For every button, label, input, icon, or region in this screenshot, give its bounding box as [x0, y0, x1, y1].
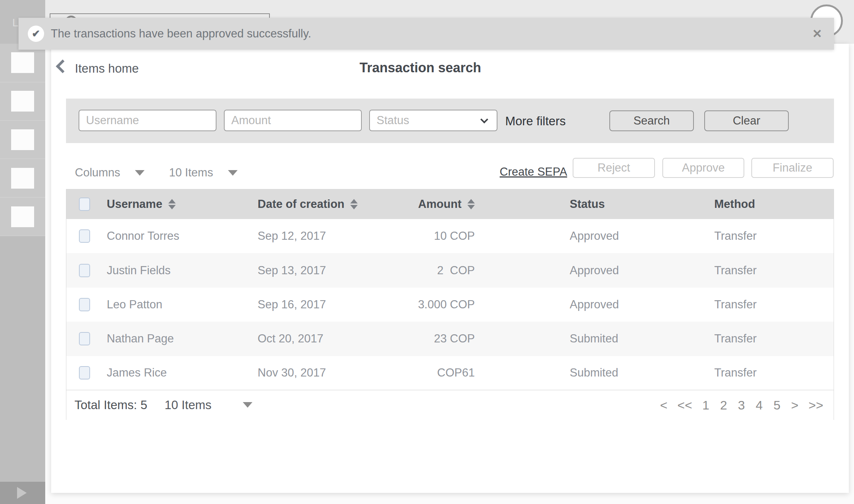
pagination: <<<12345>>> — [660, 398, 823, 412]
pagination-item[interactable]: 3 — [737, 398, 745, 412]
clear-button[interactable]: Clear — [704, 110, 789, 131]
column-header-method: Method — [714, 198, 755, 211]
column-header-label: Amount — [418, 198, 461, 211]
row-method: Transfer — [714, 229, 757, 243]
row-date: Sep 16, 2017 — [258, 298, 326, 311]
sidebar-expand-bar[interactable] — [0, 482, 45, 504]
row-username: Leo Patton — [107, 298, 162, 311]
sort-icon[interactable] — [168, 199, 176, 209]
table-row[interactable]: Justin Fields Sep 13, 2017 2 COP Approve… — [66, 253, 834, 287]
filter-panel: Status More filters Search Clear — [66, 99, 834, 143]
search-button[interactable]: Search — [609, 110, 694, 131]
sidebar-item[interactable] — [0, 121, 45, 159]
table-row[interactable]: James Rice Nov 30, 2017 COP61 Submited T… — [66, 356, 834, 390]
select-all-cell — [79, 198, 90, 211]
status-filter-select[interactable]: Status — [369, 110, 497, 131]
row-date: Oct 20, 2017 — [258, 332, 324, 345]
row-status: Approved — [570, 229, 619, 243]
sidebar-item[interactable] — [0, 159, 45, 198]
row-checkbox-cell — [79, 332, 90, 345]
row-username: Connor Torres — [107, 229, 179, 243]
chevron-down-icon — [480, 116, 488, 123]
reject-button[interactable]: Reject — [573, 158, 655, 178]
pagination-item[interactable]: 1 — [702, 398, 710, 412]
table-row[interactable]: Leo Patton Sep 16, 2017 3.000 COP Approv… — [66, 288, 834, 322]
triangle-down-icon — [135, 170, 145, 176]
row-date: Sep 13, 2017 — [258, 264, 326, 277]
triangle-down-icon — [243, 402, 252, 408]
row-username: Nathan Page — [107, 332, 174, 345]
pagination-item[interactable]: >> — [808, 398, 823, 412]
transactions-table: Username Date of creation Amount Status … — [66, 189, 834, 420]
status-select-placeholder: Status — [377, 114, 409, 127]
back-link[interactable]: Items home — [75, 62, 139, 76]
play-icon — [17, 487, 27, 499]
pagination-item[interactable]: > — [791, 398, 799, 412]
row-method: Transfer — [714, 264, 757, 277]
row-checkbox[interactable] — [79, 332, 90, 345]
pagination-item[interactable]: 5 — [773, 398, 781, 412]
row-method: Transfer — [714, 366, 757, 379]
row-status: Approved — [570, 264, 619, 277]
column-header-amount[interactable]: Amount — [326, 198, 475, 211]
row-date: Sep 12, 2017 — [258, 229, 326, 243]
row-amount: 23 COP — [326, 332, 475, 345]
row-checkbox[interactable] — [79, 298, 90, 311]
table-row[interactable]: Connor Torres Sep 12, 2017 10 COP Approv… — [66, 219, 834, 253]
row-amount: 3.000 COP — [326, 298, 475, 311]
finalize-button[interactable]: Finalize — [751, 158, 834, 178]
row-checkbox[interactable] — [79, 264, 90, 277]
column-header-username[interactable]: Username — [107, 198, 176, 211]
row-username: James Rice — [107, 366, 167, 379]
sidebar: Lo — [0, 0, 45, 504]
columns-dropdown[interactable]: Columns — [75, 166, 145, 179]
approve-button[interactable]: Approve — [662, 158, 744, 178]
sidebar-item[interactable] — [0, 82, 45, 121]
row-checkbox-cell — [79, 298, 90, 311]
sort-icon[interactable] — [467, 199, 475, 209]
success-banner: ✔ The transactions have been approved su… — [19, 18, 834, 50]
amount-filter-input[interactable] — [224, 110, 362, 131]
row-status: Approved — [570, 298, 619, 311]
column-header-label: Method — [714, 198, 755, 211]
row-checkbox[interactable] — [79, 366, 90, 379]
column-header-status: Status — [570, 198, 605, 211]
pagination-item[interactable]: << — [678, 398, 692, 412]
sidebar-item-icon — [11, 91, 34, 112]
table-footer: Total Items: 5 10 Items <<<12345>>> — [66, 390, 834, 420]
select-all-checkbox[interactable] — [79, 198, 90, 211]
banner-close-icon[interactable]: ✕ — [812, 27, 822, 41]
sidebar-menu — [0, 44, 45, 236]
row-username: Justin Fields — [107, 264, 171, 277]
transaction-search-screen: Lo Items home Transaction search Status … — [0, 0, 854, 504]
columns-dropdown-label: Columns — [75, 166, 120, 179]
triangle-down-icon — [228, 170, 238, 176]
pagination-item[interactable]: 2 — [719, 398, 728, 412]
footer-page-size-dropdown[interactable]: 10 Items — [165, 398, 252, 412]
row-status: Submited — [570, 332, 618, 345]
row-checkbox[interactable] — [79, 229, 90, 243]
back-chevron-icon[interactable] — [56, 60, 70, 73]
username-filter-input[interactable] — [79, 110, 216, 131]
sidebar-item[interactable] — [0, 198, 45, 236]
column-header-label: Username — [107, 198, 162, 211]
sidebar-lower-area — [0, 236, 45, 482]
sidebar-item-icon — [11, 206, 34, 227]
row-method: Transfer — [714, 332, 757, 345]
pagination-item[interactable]: 4 — [755, 398, 763, 412]
page-size-dropdown[interactable]: 10 Items — [169, 166, 238, 179]
more-filters-link[interactable]: More filters — [505, 114, 566, 128]
table-body: Connor Torres Sep 12, 2017 10 COP Approv… — [66, 219, 834, 390]
check-icon: ✔ — [28, 26, 44, 42]
total-items-label: Total Items: 5 — [75, 398, 147, 412]
row-amount: COP61 — [326, 366, 475, 379]
pagination-item[interactable]: < — [660, 398, 668, 412]
column-header-label: Status — [570, 198, 605, 211]
row-amount: 10 COP — [326, 229, 475, 243]
footer-page-size-label: 10 Items — [165, 398, 212, 412]
create-sepa-link[interactable]: Create SEPA — [500, 165, 567, 179]
row-checkbox-cell — [79, 264, 90, 277]
row-checkbox-cell — [79, 229, 90, 243]
table-row[interactable]: Nathan Page Oct 20, 2017 23 COP Submited… — [66, 322, 834, 356]
page-size-dropdown-label: 10 Items — [169, 166, 213, 179]
